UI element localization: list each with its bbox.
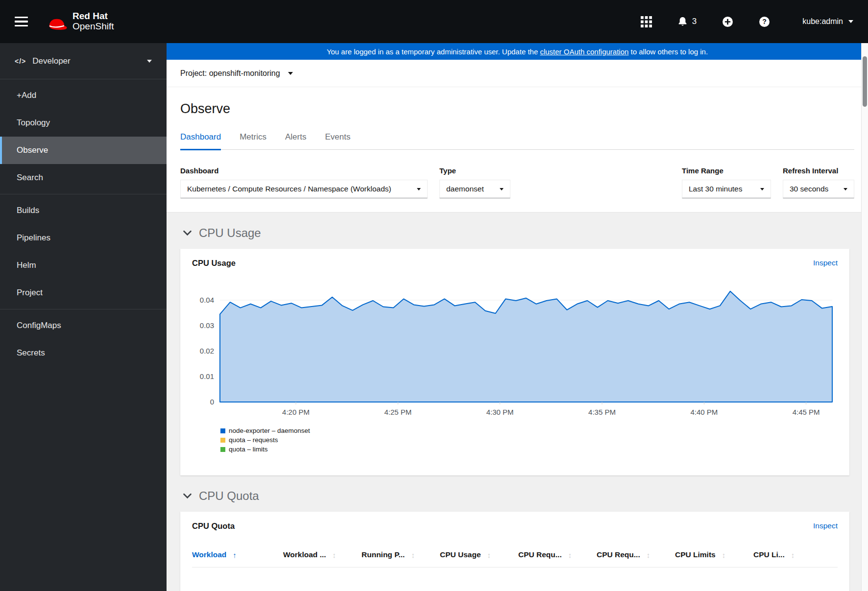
- notifications-button[interactable]: 3: [677, 16, 697, 27]
- x-axis-tick-label: 4:45 PM: [793, 408, 820, 416]
- sidebar-item-configmaps[interactable]: ConfigMaps: [0, 312, 167, 339]
- sidebar-item-label: Search: [17, 173, 43, 183]
- y-axis-tick-label: 0.03: [200, 321, 214, 330]
- bell-icon: [677, 16, 688, 27]
- cluster-oauth-configuration-link[interactable]: cluster OAuth configuration: [540, 47, 628, 56]
- sidebar-item-label: Observe: [17, 145, 48, 155]
- tab-metrics[interactable]: Metrics: [240, 132, 266, 150]
- project-selector-label: Project: openshift-monitoring: [180, 69, 280, 78]
- brand-bottom: OpenShift: [72, 22, 114, 32]
- sidebar-group: +AddTopologyObserveSearch: [0, 79, 167, 194]
- chevron-down-icon: [183, 230, 192, 236]
- hamburger-menu-icon[interactable]: [15, 17, 28, 27]
- sidebar-item-label: Builds: [17, 206, 39, 215]
- column-header-cpu-li[interactable]: CPU Li...↕: [753, 550, 832, 559]
- sidebar-item-observe[interactable]: Observe: [0, 137, 167, 164]
- code-icon: </>: [15, 57, 26, 65]
- sidebar-item-pipelines[interactable]: Pipelines: [0, 224, 167, 252]
- column-header-label: Running P...: [362, 550, 405, 559]
- tab-events[interactable]: Events: [325, 132, 350, 150]
- filter-label: Time Range: [682, 166, 771, 175]
- sort-icon: ↕: [791, 551, 795, 559]
- sort-icon: ↕: [722, 551, 726, 559]
- column-header-cpu-requ[interactable]: CPU Requ...↕: [518, 550, 597, 559]
- filter-label: Type: [439, 166, 510, 175]
- redhat-openshift-logo: Red Hat OpenShift: [46, 11, 114, 31]
- column-header-workload[interactable]: Workload ...↕: [283, 550, 362, 559]
- perspective-label: Developer: [32, 56, 71, 66]
- sort-icon: ↕: [333, 551, 337, 559]
- column-header-cpu-limits[interactable]: CPU Limits↕: [675, 550, 753, 559]
- legend-label: quota – limits: [229, 446, 268, 453]
- sidebar-item-topology[interactable]: Topology: [0, 109, 167, 137]
- sidebar-item-search[interactable]: Search: [0, 164, 167, 191]
- sidebar-item-label: +Add: [17, 91, 36, 100]
- column-header-running-p[interactable]: Running P...↕: [362, 550, 440, 559]
- chevron-down-icon: [183, 493, 192, 499]
- sidebar-item-builds[interactable]: Builds: [0, 197, 167, 224]
- y-axis-tick-label: 0: [210, 398, 214, 406]
- column-header-label: CPU Requ...: [597, 550, 640, 559]
- sort-ascending-icon: ↑: [233, 551, 237, 559]
- sidebar-item-project[interactable]: Project: [0, 279, 167, 307]
- time-range-select[interactable]: Last 30 minutes: [682, 180, 771, 198]
- x-axis-tick-label: 4:25 PM: [384, 408, 411, 416]
- scrollbar-thumb[interactable]: [863, 56, 867, 107]
- openshift-console: Red Hat OpenShift: [0, 0, 868, 591]
- caret-down-icon: [760, 188, 764, 190]
- column-header-cpu-requ[interactable]: CPU Requ...↕: [597, 550, 675, 559]
- x-axis-tick-label: 4:35 PM: [588, 408, 616, 416]
- user-menu[interactable]: kube:admin: [802, 17, 853, 26]
- cpu-quota-section-toggle[interactable]: CPU Quota: [180, 489, 849, 503]
- legend-item: quota – requests: [220, 436, 838, 444]
- filter-label: Refresh Interval: [783, 166, 854, 175]
- cpu-quota-inspect-link[interactable]: Inspect: [813, 521, 838, 530]
- login-warning-banner: You are logged in as a temporary adminis…: [167, 43, 868, 60]
- notification-count: 3: [692, 17, 697, 26]
- legend-swatch-icon: [220, 438, 225, 443]
- sidebar-groups: +AddTopologyObserveSearchBuildsPipelines…: [0, 79, 167, 369]
- column-header-label: CPU Limits: [675, 550, 716, 559]
- select-value: 30 seconds: [790, 185, 828, 193]
- dashboard-filters: DashboardKubernetes / Compute Resources …: [180, 166, 854, 198]
- legend-item: quota – limits: [220, 446, 838, 453]
- select-value: daemonset: [446, 185, 484, 193]
- cpu-usage-section-toggle[interactable]: CPU Usage: [180, 226, 849, 240]
- dashboard-body: CPU Usage CPU Usage Inspect 00.010.020.0…: [167, 213, 868, 591]
- column-header-label: Workload ...: [283, 550, 326, 559]
- column-header-cpu-usage[interactable]: CPU Usage↕: [440, 550, 518, 559]
- chart-legend: node-exporter – daemonsetquota – request…: [220, 427, 838, 453]
- dashboard-filter: DashboardKubernetes / Compute Resources …: [180, 166, 428, 198]
- sidebar-group: ConfigMapsSecrets: [0, 309, 167, 369]
- dashboard-select[interactable]: Kubernetes / Compute Resources / Namespa…: [180, 180, 428, 198]
- caret-down-icon: [844, 188, 847, 190]
- sidebar-item-secrets[interactable]: Secrets: [0, 339, 167, 367]
- column-header-workload[interactable]: Workload↑: [192, 550, 283, 559]
- import-plus-circle-icon[interactable]: [722, 16, 733, 27]
- type-filter: Typedaemonset: [439, 166, 510, 198]
- vertical-scrollbar[interactable]: [861, 43, 868, 591]
- sidebar-item-add[interactable]: +Add: [0, 82, 167, 109]
- perspective-switcher[interactable]: </> Developer: [0, 43, 167, 79]
- refresh-interval-filter: Refresh Interval30 seconds: [783, 166, 854, 198]
- sort-icon: ↕: [568, 551, 572, 559]
- type-select[interactable]: daemonset: [439, 180, 510, 198]
- column-header-label: CPU Usage: [440, 550, 481, 559]
- cpu-usage-chart-wrap: 00.010.020.030.044:20 PM4:25 PM4:30 PM4:…: [192, 282, 838, 423]
- sidebar-item-helm[interactable]: Helm: [0, 252, 167, 279]
- x-axis-tick-label: 4:40 PM: [690, 408, 718, 416]
- tab-alerts[interactable]: Alerts: [285, 132, 306, 150]
- project-selector[interactable]: Project: openshift-monitoring: [167, 60, 868, 87]
- tab-dashboard[interactable]: Dashboard: [180, 132, 221, 150]
- sidebar-item-label: Project: [17, 288, 43, 298]
- cpu-usage-area-chart: 00.010.020.030.044:20 PM4:25 PM4:30 PM4:…: [192, 282, 838, 421]
- svg-text:?: ?: [762, 18, 767, 25]
- app-launcher-icon[interactable]: [641, 16, 652, 27]
- sidebar-item-label: Helm: [17, 260, 36, 270]
- caret-down-icon: [848, 20, 853, 23]
- username: kube:admin: [802, 17, 843, 26]
- cpu-usage-inspect-link[interactable]: Inspect: [813, 259, 838, 267]
- refresh-interval-select[interactable]: 30 seconds: [783, 180, 854, 198]
- sidebar-item-label: Topology: [17, 118, 50, 128]
- help-question-circle-icon[interactable]: ?: [759, 16, 770, 27]
